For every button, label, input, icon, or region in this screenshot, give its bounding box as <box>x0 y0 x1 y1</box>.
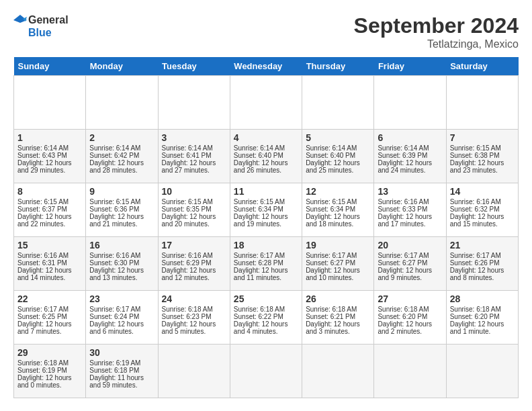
day-info-line: Sunrise: 6:17 AM <box>89 306 154 313</box>
day-info-line: Sunset: 6:25 PM <box>17 313 82 320</box>
day-info-line: Sunset: 6:30 PM <box>89 259 154 267</box>
day-number: 27 <box>378 293 442 304</box>
day-info-line: Daylight: 12 hours <box>89 159 154 167</box>
day-info-line: Sunset: 6:22 PM <box>234 313 298 320</box>
header: General Blue September 2024 Tetlatzinga,… <box>13 13 519 50</box>
day-number: 20 <box>378 240 442 250</box>
day-number: 28 <box>450 293 515 304</box>
day-info-line: Sunset: 6:31 PM <box>17 259 82 267</box>
day-number: 16 <box>89 240 154 250</box>
day-info-line: Sunset: 6:28 PM <box>234 259 298 267</box>
day-number: 22 <box>17 293 82 304</box>
day-info-line: and 17 minutes. <box>378 220 442 228</box>
day-info-line: Sunrise: 6:14 AM <box>306 144 370 152</box>
day-info-line: Sunrise: 6:15 AM <box>162 198 226 205</box>
day-info-line: Sunset: 6:38 PM <box>450 152 515 159</box>
month-title: September 2024 <box>354 13 519 38</box>
day-number: 17 <box>162 240 226 250</box>
header-thursday: Thursday <box>302 57 374 76</box>
day-info-line: Sunset: 6:27 PM <box>306 259 370 267</box>
day-number: 5 <box>306 132 370 143</box>
day-info-line: Daylight: 12 hours <box>162 213 226 220</box>
day-info-line: Sunrise: 6:17 AM <box>378 252 442 259</box>
day-info-line: Sunrise: 6:17 AM <box>450 252 515 259</box>
day-info-line: and 5 minutes. <box>162 328 226 335</box>
day-number: 18 <box>234 240 298 250</box>
day-number: 8 <box>17 186 82 197</box>
day-number: 11 <box>234 186 298 197</box>
day-info-line: Sunrise: 6:18 AM <box>234 306 298 313</box>
day-info-line: and 23 minutes. <box>450 167 515 174</box>
calendar-day-cell: 16Sunrise: 6:16 AMSunset: 6:30 PMDayligh… <box>86 237 158 291</box>
calendar-day-cell <box>14 76 86 130</box>
day-info-line: Daylight: 12 hours <box>234 267 298 274</box>
day-info-line: Daylight: 12 hours <box>17 159 82 167</box>
day-info-line: Sunset: 6:40 PM <box>306 152 370 159</box>
day-info-line: Sunrise: 6:18 AM <box>17 359 82 367</box>
day-number: 25 <box>234 293 298 304</box>
header-tuesday: Tuesday <box>158 57 230 76</box>
day-number: 15 <box>17 240 82 250</box>
day-info-line: Daylight: 12 hours <box>17 267 82 274</box>
calendar-day-cell <box>230 345 302 398</box>
title-area: September 2024 Tetlatzinga, Mexico <box>354 13 519 50</box>
day-info-line: and 1 minute. <box>450 328 515 335</box>
day-info-line: Sunrise: 6:18 AM <box>378 306 442 313</box>
day-info-line: and 4 minutes. <box>234 328 298 335</box>
calendar-day-cell: 1Sunrise: 6:14 AMSunset: 6:43 PMDaylight… <box>14 130 86 183</box>
day-number: 7 <box>450 132 515 143</box>
calendar-day-cell: 11Sunrise: 6:15 AMSunset: 6:34 PMDayligh… <box>230 183 302 237</box>
logo-blue: Blue <box>28 27 52 39</box>
day-info-line: Sunset: 6:19 PM <box>17 367 82 374</box>
day-info-line: Sunrise: 6:15 AM <box>89 198 154 205</box>
calendar-day-cell <box>158 345 230 398</box>
header-monday: Monday <box>86 57 158 76</box>
day-info-line: Sunrise: 6:18 AM <box>162 306 226 313</box>
day-info-line: Sunrise: 6:14 AM <box>234 144 298 152</box>
day-info-line: Sunrise: 6:16 AM <box>17 252 82 259</box>
day-info-line: and 25 minutes. <box>306 167 370 174</box>
day-number: 2 <box>89 132 154 143</box>
day-info-line: Sunrise: 6:15 AM <box>17 198 82 205</box>
calendar-day-cell: 3Sunrise: 6:14 AMSunset: 6:41 PMDaylight… <box>158 130 230 183</box>
day-number: 21 <box>450 240 515 250</box>
calendar-day-cell: 25Sunrise: 6:18 AMSunset: 6:22 PMDayligh… <box>230 291 302 345</box>
calendar-day-cell: 18Sunrise: 6:17 AMSunset: 6:28 PMDayligh… <box>230 237 302 291</box>
day-info-line: Daylight: 12 hours <box>378 159 442 167</box>
day-info-line: Daylight: 12 hours <box>17 320 82 328</box>
day-info-line: Sunrise: 6:16 AM <box>89 252 154 259</box>
day-number: 26 <box>306 293 370 304</box>
day-number: 6 <box>378 132 442 143</box>
calendar-week-row: 8Sunrise: 6:15 AMSunset: 6:37 PMDaylight… <box>14 183 519 237</box>
day-info-line: and 29 minutes. <box>17 167 82 174</box>
day-info-line: and 8 minutes. <box>450 274 515 281</box>
calendar-day-cell: 24Sunrise: 6:18 AMSunset: 6:23 PMDayligh… <box>158 291 230 345</box>
calendar-day-cell: 13Sunrise: 6:16 AMSunset: 6:33 PMDayligh… <box>374 183 446 237</box>
calendar-day-cell: 26Sunrise: 6:18 AMSunset: 6:21 PMDayligh… <box>302 291 374 345</box>
calendar-day-cell: 12Sunrise: 6:15 AMSunset: 6:34 PMDayligh… <box>302 183 374 237</box>
day-info-line: Sunrise: 6:16 AM <box>450 198 515 205</box>
calendar-week-row <box>14 76 519 130</box>
day-info-line: and 20 minutes. <box>162 220 226 228</box>
day-info-line: Sunset: 6:39 PM <box>378 152 442 159</box>
calendar-day-cell: 10Sunrise: 6:15 AMSunset: 6:35 PMDayligh… <box>158 183 230 237</box>
calendar-day-cell: 23Sunrise: 6:17 AMSunset: 6:24 PMDayligh… <box>86 291 158 345</box>
day-info-line: Daylight: 12 hours <box>450 320 515 328</box>
day-info-line: Daylight: 12 hours <box>378 267 442 274</box>
day-info-line: Daylight: 12 hours <box>17 374 82 381</box>
day-info-line: Daylight: 12 hours <box>234 159 298 167</box>
day-info-line: Sunset: 6:26 PM <box>450 259 515 267</box>
day-info-line: Daylight: 12 hours <box>162 267 226 274</box>
calendar-day-cell: 6Sunrise: 6:14 AMSunset: 6:39 PMDaylight… <box>374 130 446 183</box>
day-number: 4 <box>234 132 298 143</box>
day-number: 29 <box>17 347 82 358</box>
calendar-day-cell <box>302 345 374 398</box>
calendar-day-cell: 9Sunrise: 6:15 AMSunset: 6:36 PMDaylight… <box>86 183 158 237</box>
day-number: 13 <box>378 186 442 197</box>
day-info-line: Sunset: 6:32 PM <box>450 205 515 213</box>
day-info-line: and 10 minutes. <box>306 274 370 281</box>
calendar-day-cell: 30Sunrise: 6:19 AMSunset: 6:18 PMDayligh… <box>86 345 158 398</box>
calendar-week-row: 29Sunrise: 6:18 AMSunset: 6:19 PMDayligh… <box>14 345 519 398</box>
day-info-line: Sunset: 6:33 PM <box>378 205 442 213</box>
calendar-day-cell <box>230 76 302 130</box>
